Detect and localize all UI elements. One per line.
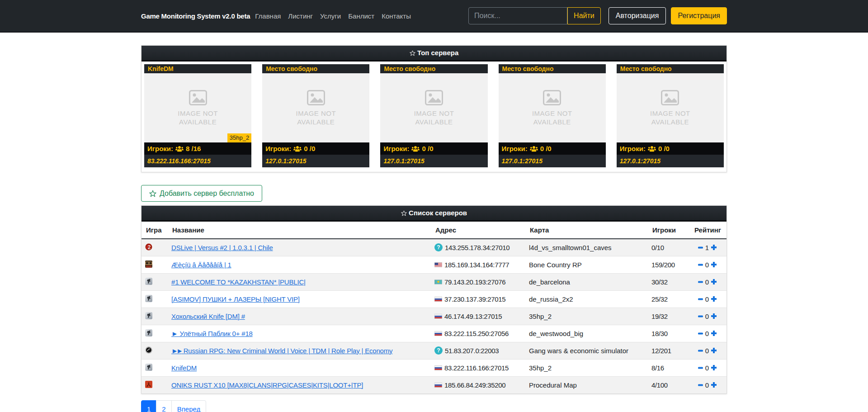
svg-text:?: ?	[437, 244, 440, 251]
svg-text:?: ?	[437, 347, 440, 354]
svg-text:2: 2	[148, 244, 151, 251]
